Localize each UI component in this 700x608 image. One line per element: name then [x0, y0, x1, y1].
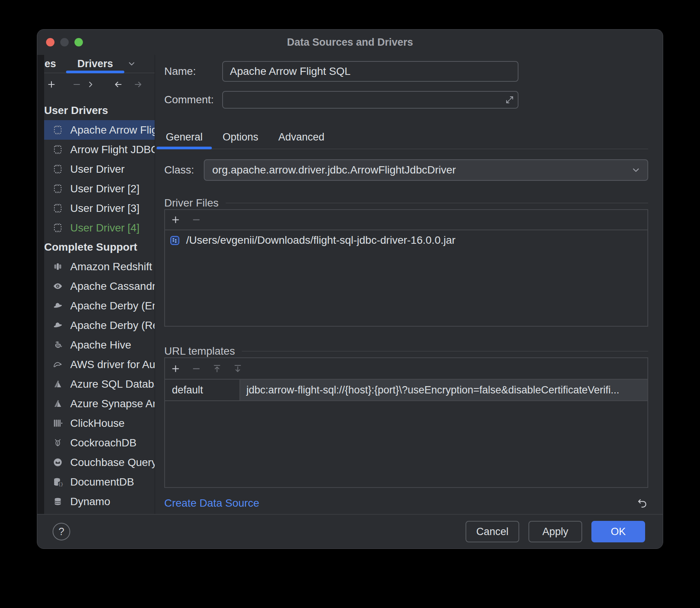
- url-templates-title: URL templates: [164, 345, 235, 357]
- create-data-source-link[interactable]: Create Data Source: [164, 497, 259, 509]
- name-input[interactable]: [222, 61, 518, 82]
- class-label: Class:: [164, 164, 204, 176]
- driver-chip-icon: [53, 223, 63, 233]
- sidebar-item-label: Amazon Redshift: [70, 261, 152, 273]
- remove-driver-icon[interactable]: [72, 79, 82, 89]
- class-select[interactable]: org.apache.arrow.driver.jdbc.ArrowFlight…: [204, 159, 648, 181]
- minimize-button[interactable]: [60, 38, 69, 46]
- name-row: Name:: [164, 61, 648, 82]
- url-template-name-cell[interactable]: default: [165, 380, 240, 400]
- sidebar-item-amazon-redshift[interactable]: Amazon Redshift: [37, 257, 155, 276]
- sidebar: es Drivers: [37, 55, 155, 514]
- sidebar-item-label: Azure Synapse Analytics: [70, 398, 155, 410]
- driver-tree: User DriversApache Arrow Flight SQLArrow…: [37, 96, 155, 514]
- azure-icon: [53, 379, 63, 389]
- close-button[interactable]: [46, 38, 54, 46]
- dolphin-icon: [53, 359, 63, 370]
- sidebar-item-cockroachdb[interactable]: CockroachDB: [37, 433, 155, 453]
- url-template-row: default jdbc:arrow-flight-sql://{host}:{…: [165, 380, 647, 401]
- driver-chip-icon: [53, 125, 63, 135]
- help-button[interactable]: ?: [53, 523, 70, 540]
- derby-icon: [53, 301, 63, 311]
- add-template-icon[interactable]: [170, 363, 181, 374]
- sidebar-item-dynamo[interactable]: Dynamo: [37, 492, 155, 511]
- chevron-down-icon[interactable]: [127, 59, 137, 69]
- sidebar-item-label: User Driver [2]: [70, 183, 139, 195]
- sidebar-item-apache-arrow-flight-sql[interactable]: Apache Arrow Flight SQL: [37, 120, 155, 140]
- sidebar-item-documentdb[interactable]: {}DocumentDB: [37, 472, 155, 492]
- url-templates-toolbar: [165, 358, 647, 380]
- tab-options[interactable]: Options: [213, 126, 268, 149]
- sidebar-item-label: Azure SQL Database: [70, 378, 155, 390]
- expand-node-icon[interactable]: [86, 79, 96, 89]
- sidebar-item-label: Arrow Flight JDBC: [70, 144, 155, 156]
- sidebar-item-label: Apache Hive: [70, 339, 131, 351]
- add-driver-icon[interactable]: [46, 79, 56, 89]
- driver-file-row[interactable]: /Users/evgenii/Downloads/flight-sql-jdbc…: [165, 230, 647, 250]
- traffic-lights: [46, 30, 83, 55]
- sidebar-item-azure-sql-database[interactable]: Azure SQL Database: [37, 374, 155, 394]
- sidebar-item-user-driver-3[interactable]: User Driver [3]: [37, 198, 155, 218]
- tab-general-label: General: [166, 131, 203, 143]
- comment-label: Comment:: [164, 94, 222, 106]
- sidebar-item-apache-derby-remote[interactable]: Apache Derby (Remote): [37, 316, 155, 335]
- svg-text:{}: {}: [58, 482, 63, 487]
- sidebar-item-user-driver-4[interactable]: User Driver [4]: [37, 218, 155, 238]
- comment-row: Comment:: [164, 91, 648, 109]
- dialog-footer: ? Cancel Apply OK: [37, 514, 663, 549]
- screen: Data Sources and Drivers es Drivers: [0, 0, 700, 608]
- divider: [226, 203, 648, 203]
- sidebar-item-label: Apache Cassandra: [70, 280, 155, 292]
- sidebar-item-label: CockroachDB: [70, 437, 137, 449]
- sidebar-item-apache-cassandra[interactable]: Apache Cassandra: [37, 276, 155, 296]
- sidebar-item-aws-driver-for-aurora-mysql[interactable]: AWS driver for Aurora MySQL: [37, 355, 155, 374]
- cancel-button[interactable]: Cancel: [466, 521, 519, 542]
- remove-file-icon[interactable]: [191, 215, 201, 225]
- tab-general[interactable]: General: [156, 126, 213, 149]
- active-tab-underline: [66, 71, 124, 73]
- driver-chip-icon: [53, 164, 63, 174]
- driver-chip-icon: [53, 183, 63, 194]
- expand-editor-icon[interactable]: [505, 95, 515, 105]
- sidebar-item-arrow-flight-jdbc[interactable]: Arrow Flight JDBC: [37, 140, 155, 159]
- apply-button[interactable]: Apply: [528, 521, 582, 542]
- add-file-icon[interactable]: [170, 215, 181, 225]
- sidebar-item-apache-hive[interactable]: Apache Hive: [37, 335, 155, 355]
- sidebar-item-azure-synapse-analytics[interactable]: Azure Synapse Analytics: [37, 394, 155, 413]
- zoom-button[interactable]: [74, 38, 83, 46]
- driver-chip-icon: [53, 144, 63, 155]
- move-down-icon[interactable]: [233, 363, 243, 374]
- clickhouse-icon: [53, 418, 63, 428]
- sidebar-item-clickhouse[interactable]: ClickHouse: [37, 413, 155, 433]
- sidebar-item-user-driver-2[interactable]: User Driver [2]: [37, 179, 155, 198]
- driver-files-box: /Users/evgenii/Downloads/flight-sql-jdbc…: [164, 209, 648, 327]
- back-arrow-icon[interactable]: [113, 79, 123, 89]
- divider: [242, 351, 648, 352]
- sidebar-edge-strip: [37, 55, 44, 514]
- tab-advanced[interactable]: Advanced: [268, 126, 334, 149]
- sidebar-item-user-driver[interactable]: User Driver: [37, 159, 155, 179]
- sidebar-section-user-drivers: User Drivers: [37, 101, 155, 120]
- move-up-icon[interactable]: [212, 363, 222, 374]
- forward-arrow-icon[interactable]: [133, 79, 143, 89]
- titlebar: Data Sources and Drivers: [37, 30, 663, 55]
- sidebar-item-apache-derby-embedded[interactable]: Apache Derby (Embedded): [37, 296, 155, 316]
- sidebar-item-couchbase-query[interactable]: Couchbase Query: [37, 453, 155, 472]
- sidebar-item-label: User Driver [4]: [70, 222, 139, 234]
- sidebar-item-label: Apache Arrow Flight SQL: [70, 124, 155, 136]
- tab-data-sources-truncated[interactable]: es: [45, 58, 56, 70]
- tab-drivers[interactable]: Drivers: [66, 55, 124, 73]
- ok-button[interactable]: OK: [591, 521, 645, 542]
- undo-icon[interactable]: [637, 497, 648, 509]
- tab-drivers-label: Drivers: [78, 58, 113, 70]
- driver-files-toolbar: [165, 210, 647, 230]
- name-label: Name:: [164, 65, 222, 78]
- sidebar-item-label: Couchbase Query: [70, 456, 155, 469]
- driver-settings-tabs: General Options Advanced: [156, 126, 648, 149]
- url-templates-box: default jdbc:arrow-flight-sql://{host}:{…: [164, 357, 648, 488]
- url-template-value-cell[interactable]: jdbc:arrow-flight-sql://{host}:{port}\?u…: [240, 380, 647, 400]
- documentdb-icon: {}: [53, 477, 63, 487]
- remove-template-icon[interactable]: [191, 363, 201, 374]
- comment-input[interactable]: [222, 91, 518, 109]
- window-title: Data Sources and Drivers: [37, 36, 663, 48]
